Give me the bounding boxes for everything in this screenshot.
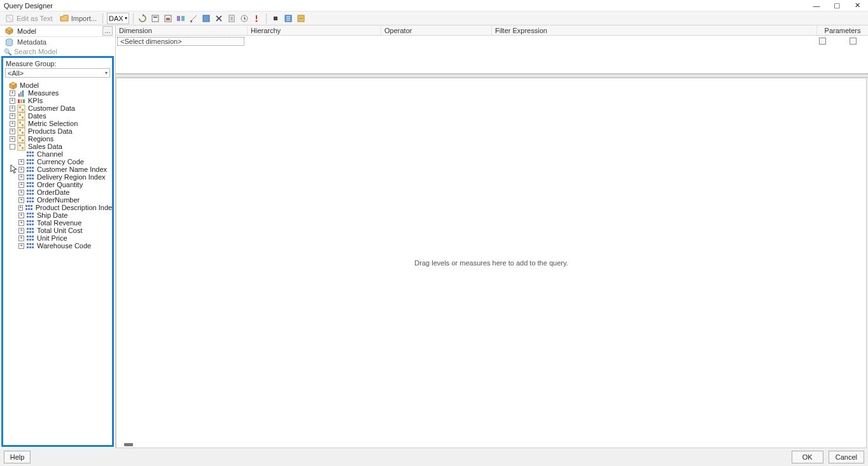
svg-rect-31: [18, 128, 25, 135]
footer: Help OK Cancel: [0, 448, 868, 466]
tree-attribute[interactable]: +Delivery Region Index: [4, 173, 112, 181]
expand-icon[interactable]: +: [10, 129, 15, 134]
svg-rect-94: [27, 220, 29, 222]
tree-node[interactable]: +Products Data: [4, 127, 112, 135]
refresh-icon[interactable]: [137, 13, 148, 24]
cube-browse-button[interactable]: …: [102, 26, 113, 36]
svg-rect-39: [22, 147, 24, 149]
expand-icon[interactable]: +: [18, 182, 24, 188]
svg-rect-86: [28, 208, 30, 210]
tree-attribute-label: Total Revenue: [37, 219, 81, 227]
expand-icon[interactable]: +: [18, 213, 24, 218]
expand-icon[interactable]: +: [10, 121, 15, 127]
tree-attribute[interactable]: +OrderDate: [4, 188, 112, 196]
svg-rect-96: [32, 220, 34, 222]
expand-icon[interactable]: +: [18, 228, 24, 234]
checkbox[interactable]: [850, 38, 857, 45]
checkbox[interactable]: [819, 38, 826, 45]
tree-node[interactable]: +Regions: [4, 135, 112, 143]
svg-rect-62: [29, 178, 31, 180]
svg-rect-38: [19, 145, 21, 146]
expand-icon[interactable]: +: [10, 98, 15, 104]
tree-node-sales-data[interactable]: Sales Data: [4, 143, 112, 150]
expand-icon[interactable]: +: [18, 197, 24, 203]
tree-attribute-label: Total Unit Cost: [37, 227, 83, 234]
expand-icon[interactable]: +: [18, 159, 24, 165]
svg-rect-18: [22, 90, 24, 97]
expand-icon[interactable]: +: [18, 236, 24, 241]
expand-icon[interactable]: +: [18, 190, 24, 195]
cancel-button[interactable]: Cancel: [829, 451, 864, 463]
cube-selector[interactable]: Model …: [0, 25, 115, 37]
svg-rect-7: [190, 20, 192, 22]
delete-icon[interactable]: [214, 13, 224, 24]
tree-attribute[interactable]: +OrderNumber: [4, 196, 112, 204]
maximize-icon[interactable]: ▢: [832, 1, 841, 10]
toolbar-icon-12[interactable]: [296, 13, 306, 24]
svg-rect-112: [27, 243, 29, 245]
tree-attribute[interactable]: +Ship Date: [4, 211, 112, 219]
tree-attribute[interactable]: +Product Description Index: [4, 204, 112, 211]
toolbar-icon-10[interactable]: [270, 13, 281, 24]
svg-rect-88: [27, 213, 29, 215]
tree-node[interactable]: +Metric Selection: [4, 120, 112, 127]
svg-rect-40: [27, 152, 29, 153]
import-button[interactable]: Import...: [57, 13, 99, 24]
tree-attribute[interactable]: +Total Revenue: [4, 219, 112, 227]
svg-rect-114: [32, 243, 34, 245]
svg-rect-91: [27, 216, 29, 218]
svg-rect-51: [32, 162, 34, 164]
close-icon[interactable]: ✕: [853, 1, 862, 10]
tree-node[interactable]: +Customer Data: [4, 104, 112, 112]
resize-handle[interactable]: [124, 443, 133, 446]
expand-icon[interactable]: +: [10, 136, 15, 142]
tree-node[interactable]: +Measures: [4, 89, 112, 97]
tree-attribute[interactable]: +Warehouse Code: [4, 242, 112, 250]
execute-icon[interactable]: [252, 13, 262, 24]
tree-root[interactable]: Model: [4, 81, 112, 89]
svg-rect-60: [32, 174, 34, 176]
toolbar-icon-5[interactable]: [201, 13, 211, 24]
tree-attribute[interactable]: +Order Quantity: [4, 181, 112, 188]
tree-attribute[interactable]: +Customer Name Index: [4, 166, 112, 173]
tree-attribute[interactable]: Channel: [4, 150, 112, 158]
expand-icon[interactable]: +: [18, 167, 24, 173]
expand-icon[interactable]: +: [10, 106, 15, 111]
toolbar-icon-7[interactable]: [227, 13, 237, 24]
expand-icon[interactable]: +: [10, 90, 15, 96]
svg-rect-55: [27, 170, 29, 172]
tree-node[interactable]: +Dates: [4, 112, 112, 120]
tree-attribute-label: Product Description Index: [36, 204, 112, 211]
tree-node[interactable]: +KPIs: [4, 97, 112, 104]
toolbar-icon-4[interactable]: [188, 13, 199, 24]
collapse-icon[interactable]: [10, 144, 15, 150]
metadata-tab[interactable]: Metadata: [0, 37, 115, 47]
filter-body[interactable]: <Select dimension>: [116, 36, 868, 74]
tree-attribute[interactable]: +Currency Code: [4, 158, 112, 166]
toolbar-icon-1[interactable]: [150, 13, 160, 24]
expand-icon[interactable]: +: [18, 174, 24, 180]
tree-attribute[interactable]: +Unit Price: [4, 234, 112, 242]
toolbar-icon-2[interactable]: [163, 13, 173, 24]
toolbar-icon-11[interactable]: [283, 13, 293, 24]
measure-group-select[interactable]: <All> ▾: [5, 68, 110, 78]
tree-attribute[interactable]: +Total Unit Cost: [4, 227, 112, 234]
expand-icon[interactable]: +: [18, 205, 23, 211]
svg-rect-59: [29, 174, 31, 176]
help-button[interactable]: Help: [4, 451, 31, 463]
language-select[interactable]: DAX ▾: [107, 13, 129, 24]
svg-rect-101: [29, 228, 31, 230]
search-row[interactable]: 🔍 Search Model: [0, 47, 115, 56]
expand-icon[interactable]: +: [10, 113, 15, 119]
minimize-icon[interactable]: —: [812, 2, 821, 10]
toolbar-icon-3[interactable]: [176, 13, 186, 24]
expand-icon[interactable]: +: [18, 243, 24, 249]
toolbar-icon-8[interactable]: [239, 13, 249, 24]
query-canvas[interactable]: Drag levels or measures here to add to t…: [116, 78, 867, 448]
model-tree[interactable]: Model +Measures+KPIs+Customer Data+Dates…: [3, 80, 112, 445]
svg-rect-5: [177, 16, 180, 21]
expand-icon[interactable]: +: [18, 220, 24, 226]
select-dimension-placeholder[interactable]: <Select dimension>: [117, 37, 244, 46]
edit-as-text-button[interactable]: Edit as Text: [3, 13, 55, 24]
ok-button[interactable]: OK: [792, 451, 823, 463]
